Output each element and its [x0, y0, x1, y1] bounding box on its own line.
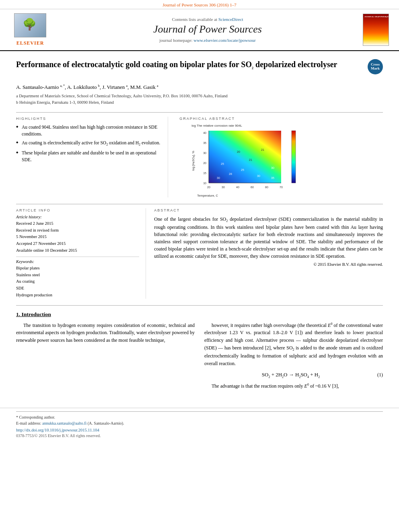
svg-text:10: 10	[203, 182, 206, 185]
svg-text:28: 28	[229, 173, 232, 175]
svg-text:30: 30	[217, 177, 220, 179]
heatmap-outer: log The relative corrosion rate 904L log…	[191, 124, 383, 197]
svg-rect-0	[209, 131, 281, 183]
svg-text:40: 40	[236, 186, 239, 189]
highlights-graphical-section: HIGHLIGHTS Au coated 904L Stainless stee…	[16, 112, 383, 197]
keyword-4: SDE	[16, 285, 139, 292]
list-item: Au coating is electrochemically active f…	[16, 140, 161, 147]
heatmap-title: log The relative corrosion rate 904L	[191, 124, 242, 127]
keywords-label: Keywords:	[16, 259, 139, 264]
email-label: E-mail address:	[16, 421, 41, 425]
journal-homepage-link[interactable]: www.elsevier.com/locate/jpowsour	[193, 38, 255, 43]
journal-title: Journal of Power Sources	[52, 23, 363, 35]
doi-link[interactable]: http://dx.doi.org/10.1016/j.jpowsour.201…	[16, 428, 99, 432]
abstract-text: One of the largest obstacles for SO2 dep…	[154, 216, 383, 260]
keyword-5: Hydrogen production	[16, 292, 139, 299]
history-label: Article history:	[16, 215, 139, 219]
info-divider	[16, 257, 139, 257]
svg-text:40: 40	[203, 131, 206, 134]
svg-text:25: 25	[221, 162, 224, 165]
intro-para-1: The transition to hydrogen economy requi…	[16, 322, 195, 344]
journal-cover-image	[363, 14, 389, 46]
received-revised-label: Received in revised form	[16, 227, 139, 234]
formula-line: SO2 + 2H2O → H2SO4 + H2 (1)	[204, 372, 383, 379]
formula-box: SO2 + 2H2O → H2SO4 + H2 (1)	[204, 372, 383, 379]
abstract-column: ABSTRACT One of the largest obstacles fo…	[154, 208, 383, 299]
introduction-section: 1. Introduction The transition to hydrog…	[16, 305, 383, 393]
available-date: Available online 10 December 2015	[16, 247, 139, 254]
sciencedirect-link[interactable]: ScienceDirect	[218, 17, 243, 22]
list-item: Au coated 904L Stainless steel has high …	[16, 124, 161, 137]
highlights-label: HIGHLIGHTS	[16, 117, 161, 121]
colorbar-svg	[291, 129, 298, 193]
article-history: Received 2 June 2015 Received in revised…	[16, 220, 139, 254]
doi-line: http://dx.doi.org/10.1016/j.jpowsour.201…	[16, 428, 383, 432]
keyword-2: Stainless steel	[16, 272, 139, 279]
svg-text:15: 15	[203, 172, 206, 175]
intro-para-3: The advantage is that the reaction requi…	[204, 382, 383, 390]
email-link[interactable]: annukka.santasalo@aalto.fi	[42, 421, 86, 425]
journal-homepage: journal homepage: www.elsevier.com/locat…	[52, 38, 363, 43]
journal-banner: Journal of Power Sources 306 (2016) 1–7	[0, 0, 399, 9]
svg-rect-25	[292, 131, 296, 183]
crossmark-section: CrossMark	[363, 59, 383, 74]
journal-citation: Journal of Power Sources 306 (2016) 1–7	[162, 2, 236, 7]
keyword-1: Bipolar plates	[16, 265, 139, 272]
article-title: Performance of electrocatalytic gold coa…	[16, 59, 363, 70]
journal-center: Contents lists available at ScienceDirec…	[52, 17, 363, 43]
affiliations: a Department of Materials Science, Schoo…	[16, 93, 383, 106]
sciencedirect-line: Contents lists available at ScienceDirec…	[52, 17, 363, 22]
corresponding-author-note: * Corresponding author.	[16, 415, 55, 419]
svg-text:70: 70	[280, 186, 283, 189]
elsevier-logo-section: ELSEVIER	[8, 13, 52, 46]
abstract-copyright: © 2015 Elsevier B.V. All rights reserved…	[154, 262, 383, 267]
journal-header: ELSEVIER Contents lists available at Sci…	[0, 9, 399, 51]
svg-text:30: 30	[203, 152, 206, 154]
svg-text:30: 30	[257, 175, 260, 177]
introduction-text: The transition to hydrogen economy requi…	[16, 322, 383, 393]
abstract-label: ABSTRACT	[154, 208, 383, 212]
email-person: (A. Santasalo-Aarnio).	[88, 421, 124, 425]
list-item: These bipolar plates are suitable and du…	[16, 150, 161, 163]
heatmap-row: log [H₂SO₄], %	[191, 129, 298, 193]
keyword-3: Au coating	[16, 278, 139, 285]
revised-date: 5 November 2015	[16, 234, 139, 240]
svg-text:25: 25	[241, 168, 244, 171]
svg-text:21: 21	[249, 158, 252, 161]
copyright-footer: 0378-7753/© 2015 Elsevier B.V. All right…	[16, 433, 383, 438]
heatmap-y-axis-label: log [H₂SO₄], %	[191, 151, 195, 170]
svg-text:35: 35	[271, 177, 274, 179]
affiliation-b: b Helsingin Energia, Parrukatu 1-3, 0009…	[16, 99, 383, 106]
graphical-abstract-column: GRAPHICAL ABSTRACT log The relative corr…	[176, 117, 383, 197]
intro-para-2: however, it requires rather high overvol…	[204, 322, 383, 368]
formula-number: (1)	[377, 372, 383, 378]
heatmap-svg: 10 15 20 30 35 40 20 30 40 60 80 70	[197, 129, 289, 193]
article-info-label: ARTICLE INFO	[16, 208, 139, 212]
journal-cover	[363, 14, 391, 46]
formula-equation: SO2 + 2H2O → H2SO4 + H2	[204, 372, 377, 379]
bottom-footer: * Corresponding author. E-mail address: …	[0, 408, 399, 442]
highlights-column: HIGHLIGHTS Au coated 904L Stainless stee…	[16, 117, 168, 197]
footnote: * Corresponding author. E-mail address: …	[16, 414, 383, 426]
svg-text:60: 60	[251, 186, 254, 189]
svg-text:30: 30	[222, 186, 225, 189]
svg-text:20: 20	[203, 162, 206, 164]
elsevier-brand: ELSEVIER	[8, 40, 52, 46]
svg-text:35: 35	[203, 142, 206, 144]
heatmap-x-axis-label: Temperature, C	[197, 194, 218, 197]
article-info-column: ARTICLE INFO Article history: Received 2…	[16, 208, 146, 299]
article-content: Performance of electrocatalytic gold coa…	[0, 51, 399, 401]
svg-text:80: 80	[265, 186, 268, 189]
intro-col-right: however, it requires rather high overvol…	[204, 322, 383, 393]
authors-line: A. Santasalo-Aarnio a, *, A. Lokkiluoto …	[16, 84, 383, 90]
elsevier-logo-image	[14, 13, 46, 37]
svg-text:21: 21	[261, 148, 264, 151]
received-date: Received 2 June 2015	[16, 220, 139, 227]
keywords-list: Bipolar plates Stainless steel Au coatin…	[16, 265, 139, 299]
introduction-heading: 1. Introduction	[16, 311, 383, 318]
svg-text:30: 30	[271, 166, 274, 169]
affiliation-a: a Department of Materials Science, Schoo…	[16, 93, 383, 99]
intro-col-left: The transition to hydrogen economy requi…	[16, 322, 195, 393]
abstract-paragraph: One of the largest obstacles for SO2 dep…	[154, 216, 383, 260]
highlights-list: Au coated 904L Stainless steel has high …	[16, 124, 161, 163]
